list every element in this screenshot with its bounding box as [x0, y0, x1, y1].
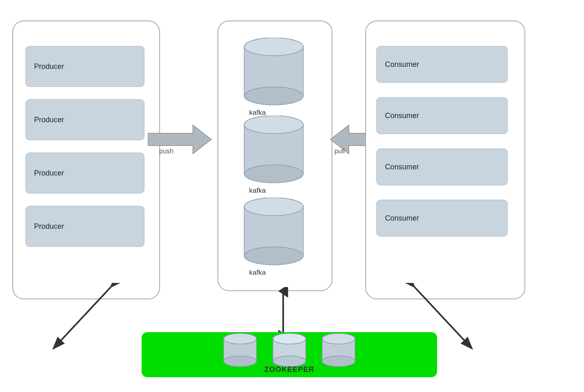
kafka-cylinder-1: kafka: [241, 38, 307, 105]
svg-point-7: [244, 38, 303, 56]
consumer-4: Consumer: [376, 200, 508, 237]
svg-point-19: [244, 198, 303, 216]
producer-2: Producer: [25, 99, 144, 140]
push-arrow-svg: [148, 123, 213, 156]
consumer-4-label: Consumer: [385, 214, 419, 223]
producer-1-label: Producer: [34, 62, 64, 71]
kafka-cylinder-3: kafka: [241, 198, 307, 265]
kafka-container: kafka kafka kafka: [218, 21, 332, 291]
zk-cylinder-1: [222, 333, 259, 370]
push-arrow-container: [148, 123, 213, 157]
zk-cylinder-3: [320, 333, 357, 370]
svg-point-43: [322, 356, 355, 367]
producer-4: Producer: [25, 206, 144, 247]
svg-point-40: [273, 333, 306, 344]
diagram: Producer Producer Producer Producer push: [0, 0, 584, 392]
consumer-1-label: Consumer: [385, 60, 419, 69]
consumer-2: Consumer: [376, 97, 508, 134]
kafka-cylinder-2: kafka: [241, 116, 307, 183]
producer-zk-arrow: [49, 283, 131, 358]
consumer-container: Consumer Consumer Consumer Consumer: [365, 21, 525, 299]
svg-point-10: [244, 165, 303, 183]
svg-point-46: [322, 333, 355, 344]
kafka-2-label: kafka: [249, 187, 266, 195]
zookeeper-label: ZOOKEEPER: [264, 365, 314, 374]
producer-2-label: Producer: [34, 116, 64, 124]
pull-label: pull: [334, 148, 345, 155]
svg-point-31: [224, 356, 257, 367]
svg-line-26: [53, 287, 111, 349]
producer-3: Producer: [25, 153, 144, 194]
consumer-1: Consumer: [376, 46, 508, 83]
svg-point-16: [244, 247, 303, 265]
svg-point-34: [224, 333, 257, 344]
svg-marker-1: [148, 125, 211, 154]
push-label: push: [159, 148, 174, 155]
zookeeper-bar: ZOOKEEPER: [142, 332, 437, 377]
zk-cylinders: [222, 333, 357, 370]
consumer-2-label: Consumer: [385, 112, 419, 120]
svg-point-13: [244, 116, 303, 134]
consumer-3: Consumer: [376, 148, 508, 185]
svg-point-4: [244, 87, 303, 105]
zk-cylinder-2: [271, 333, 308, 370]
producer-1: Producer: [25, 46, 144, 87]
producer-4-label: Producer: [34, 222, 64, 231]
consumer-3-label: Consumer: [385, 163, 419, 171]
producer-container: Producer Producer Producer Producer: [12, 21, 160, 299]
producer-3-label: Producer: [34, 169, 64, 178]
kafka-3-label: kafka: [249, 269, 266, 277]
